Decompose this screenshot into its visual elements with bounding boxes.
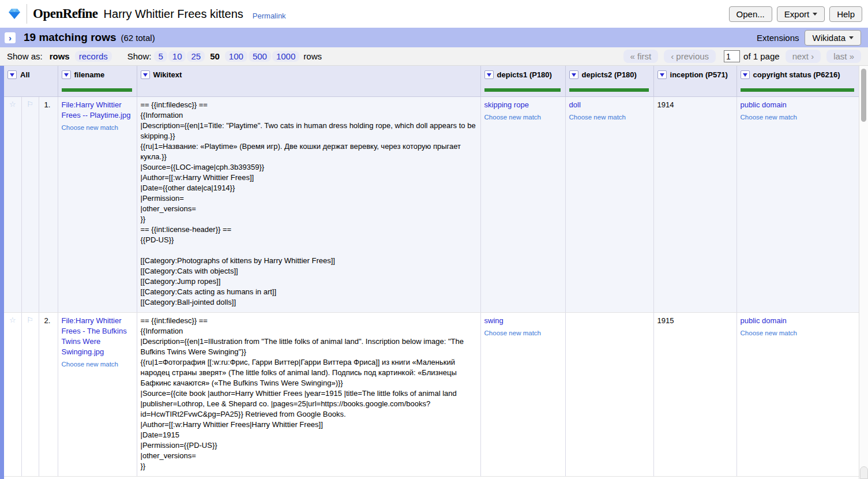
depicts1-link[interactable]: skipping rope xyxy=(484,100,562,110)
column-header-copyright-status[interactable]: copyright status (P6216) xyxy=(737,66,859,96)
flag-toggle[interactable]: ⚐ xyxy=(21,312,39,476)
copyright-status-link[interactable]: public domain xyxy=(741,316,856,326)
page-size-options: 51025501005001000 xyxy=(153,51,300,62)
export-button[interactable]: Export xyxy=(777,6,825,22)
copyright-status-cell: public domain Choose new match xyxy=(737,312,859,476)
star-toggle[interactable]: ☆ xyxy=(4,312,21,476)
next-page-button[interactable]: next › xyxy=(786,50,821,63)
show-as-rows-option[interactable]: rows xyxy=(46,51,74,62)
page-size-option[interactable]: 50 xyxy=(206,51,224,62)
depicts2-link[interactable]: doll xyxy=(569,100,650,110)
choose-new-match-link[interactable]: Choose new match xyxy=(62,359,133,369)
depicts1-link[interactable]: swing xyxy=(484,316,562,326)
choose-new-match-link[interactable]: Choose new match xyxy=(484,112,562,122)
data-table-area: All filename Wikitex xyxy=(0,66,868,479)
data-grid: All filename Wikitex xyxy=(4,66,859,477)
view-options-bar: Show as: rows records Show: 510255010050… xyxy=(0,47,868,66)
column-header-all[interactable]: All xyxy=(4,66,58,96)
page-size-option[interactable]: 1000 xyxy=(272,51,299,62)
previous-page-button[interactable]: ‹ previous xyxy=(664,50,716,63)
help-button[interactable]: Help xyxy=(829,6,862,22)
page-size-option[interactable]: 25 xyxy=(187,51,205,62)
wikitext-cell[interactable]: == {{int:filedesc}} == {{Information |De… xyxy=(137,312,480,476)
inception-cell[interactable]: 1914 xyxy=(653,96,737,312)
copyright-status-cell: public domain Choose new match xyxy=(737,96,859,312)
wikidata-extension-label: Wikidata xyxy=(812,33,846,43)
page-size-option[interactable]: 10 xyxy=(168,51,186,62)
wikidata-extension-button[interactable]: Wikidata xyxy=(805,30,861,46)
row-index: 1. xyxy=(39,96,58,312)
chevron-down-icon xyxy=(813,13,817,16)
vertical-scrollbar-thumb[interactable] xyxy=(861,69,866,122)
last-page-button[interactable]: last » xyxy=(826,50,861,63)
column-header-wikitext[interactable]: Wikitext xyxy=(137,66,480,96)
filename-link[interactable]: File:Harry Whittier Frees -- Playtime.jp… xyxy=(62,100,133,121)
column-label: depicts1 (P180) xyxy=(497,70,552,79)
table-row: ☆ ⚐ 2. File:Harry Whittier Frees - The B… xyxy=(4,312,859,476)
pagination: « first ‹ previous of 1 page next › last… xyxy=(618,50,861,63)
filename-cell: File:Harry Whittier Frees -- Playtime.jp… xyxy=(58,96,137,312)
choose-new-match-link[interactable]: Choose new match xyxy=(569,112,650,122)
filename-link[interactable]: File:Harry Whittier Frees - The Bufkins … xyxy=(62,316,133,357)
extensions-label: Extensions xyxy=(757,33,799,43)
row-index: 2. xyxy=(39,312,58,476)
page-size-option[interactable]: 5 xyxy=(154,51,167,62)
depicts2-cell: Choose new match xyxy=(565,312,653,476)
copyright-status-link[interactable]: public domain xyxy=(741,100,856,110)
column-menu-dropdown-icon[interactable] xyxy=(741,70,750,79)
total-rows-count: (62 total) xyxy=(121,33,155,43)
column-label: All xyxy=(20,70,30,79)
star-icon: ☆ xyxy=(9,316,16,324)
collapsed-facet-panel[interactable] xyxy=(0,66,4,479)
inception-cell[interactable]: 1915 xyxy=(653,312,737,476)
column-label: inception (P571) xyxy=(670,70,728,79)
column-menu-dropdown-icon[interactable] xyxy=(484,70,494,79)
openrefine-logo-icon xyxy=(6,6,23,22)
column-header-filename[interactable]: filename xyxy=(58,66,137,96)
first-page-button[interactable]: « first xyxy=(623,50,659,63)
reconciliation-progress-bar xyxy=(741,88,855,92)
wikitext-cell[interactable]: == {{int:filedesc}} == {{Information |De… xyxy=(137,96,480,312)
column-header-depicts2[interactable]: depicts2 (P180) xyxy=(565,66,653,96)
open-button[interactable]: Open... xyxy=(729,6,772,22)
column-label: Wikitext xyxy=(153,70,182,79)
reconciliation-progress-bar xyxy=(569,88,649,92)
star-toggle[interactable]: ☆ xyxy=(4,96,21,312)
column-menu-dropdown-icon[interactable] xyxy=(7,70,17,79)
choose-new-match-link[interactable]: Choose new match xyxy=(741,328,856,338)
page-number-input[interactable] xyxy=(724,50,740,62)
header-row: All filename Wikitex xyxy=(4,66,859,96)
column-label: depicts2 (P180) xyxy=(582,70,637,79)
flag-icon: ⚐ xyxy=(27,100,33,108)
page-size-option[interactable]: 100 xyxy=(225,51,247,62)
column-label: copyright status (P6216) xyxy=(753,70,840,79)
show-label: Show: xyxy=(127,51,152,61)
show-as-records-option[interactable]: records xyxy=(75,51,112,62)
page-size-option[interactable]: 500 xyxy=(249,51,271,62)
choose-new-match-link[interactable]: Choose new match xyxy=(741,112,856,122)
summary-bar: › 19 matching rows (62 total) Extensions… xyxy=(0,28,868,47)
column-header-depicts1[interactable]: depicts1 (P180) xyxy=(480,66,565,96)
table-row: ☆ ⚐ 1. File:Harry Whittier Frees -- Play… xyxy=(4,96,859,312)
choose-new-match-link[interactable]: Choose new match xyxy=(484,328,562,338)
choose-new-match-link[interactable]: Choose new match xyxy=(62,122,133,133)
page-count-label: of 1 page xyxy=(743,51,780,61)
column-menu-dropdown-icon[interactable] xyxy=(657,70,667,79)
reconciliation-progress-bar xyxy=(62,88,132,92)
permalink-link[interactable]: Permalink xyxy=(253,12,286,20)
flag-icon: ⚐ xyxy=(27,316,33,324)
depicts1-cell: skipping rope Choose new match xyxy=(480,96,565,312)
expand-facet-panel-button[interactable]: › xyxy=(5,32,16,43)
column-menu-dropdown-icon[interactable] xyxy=(141,70,150,79)
depicts2-cell: doll Choose new match xyxy=(565,96,653,312)
export-button-label: Export xyxy=(784,9,809,19)
app-name: OpenRefine xyxy=(33,6,98,21)
column-menu-dropdown-icon[interactable] xyxy=(62,70,71,79)
top-bar: OpenRefine Harry Whittier Frees kittens … xyxy=(0,0,868,28)
vertical-scrollbar[interactable] xyxy=(859,66,868,479)
flag-toggle[interactable]: ⚐ xyxy=(21,96,39,312)
chevron-down-icon xyxy=(849,36,854,39)
table-body: ☆ ⚐ 1. File:Harry Whittier Frees -- Play… xyxy=(4,96,859,476)
column-header-inception[interactable]: inception (P571) xyxy=(653,66,737,96)
column-menu-dropdown-icon[interactable] xyxy=(569,70,578,79)
